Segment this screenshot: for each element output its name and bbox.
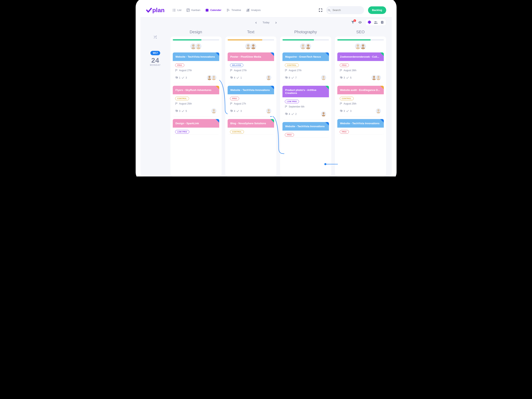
view-list[interactable]: List — [172, 9, 181, 12]
week-pill: W17 — [150, 51, 160, 55]
avatar[interactable] — [360, 43, 367, 50]
avatar[interactable] — [375, 108, 381, 114]
task-card[interactable]: Zoekwoordenonderzoek - Culi...PRIOAugust… — [337, 52, 384, 83]
card-date: August 27th — [175, 69, 217, 72]
card-corner-icon — [380, 119, 384, 123]
task-card[interactable]: Blog - NovaSphere SolutionsCONTROL — [228, 119, 274, 134]
svg-point-46 — [267, 76, 270, 78]
svg-rect-6 — [187, 9, 190, 12]
card-corner-icon — [325, 122, 329, 126]
svg-rect-5 — [174, 11, 176, 11]
filter-icon[interactable]: 1 — [351, 20, 355, 24]
board-column: DesignWebsite - TechVista InnovationsPRI… — [170, 27, 222, 176]
avatar[interactable] — [195, 43, 202, 50]
card-title: Blog - NovaSphere Solutions — [228, 119, 274, 128]
card-corner-icon — [271, 119, 274, 123]
date-label[interactable]: Today — [262, 21, 270, 24]
card-date: August 27th — [285, 69, 327, 72]
kanban-icon — [186, 9, 190, 12]
avatar[interactable] — [250, 43, 257, 50]
view-timeline[interactable]: Timeline — [227, 9, 241, 12]
avatar[interactable] — [321, 111, 327, 117]
view-tabs: List Kanban Calender Timeline Analysis — [172, 9, 261, 12]
day-column: W17 24 MONDAY — [140, 27, 170, 176]
svg-point-42 — [247, 44, 249, 47]
search-input[interactable] — [332, 8, 367, 12]
fullscreen-icon[interactable] — [319, 9, 322, 12]
flag-icon — [175, 69, 177, 72]
column-title: Design — [170, 27, 222, 37]
avatar[interactable] — [321, 75, 327, 81]
shuffle-icon[interactable] — [154, 35, 157, 39]
svg-point-22 — [375, 21, 376, 22]
card-title: Magazine - GreenTech Nexus — [282, 52, 329, 61]
card-body: PRIOAugust 27th13 — [173, 61, 219, 83]
flag-icon — [285, 106, 287, 108]
task-card[interactable]: Product photo's - ArtHive CreationsLOW P… — [282, 86, 329, 119]
svg-rect-16 — [247, 10, 247, 12]
column-avatars — [173, 43, 219, 50]
avatar[interactable] — [305, 43, 312, 50]
avatar[interactable] — [211, 75, 217, 81]
task-card[interactable]: Website - TechVista InnovationsPRIO — [337, 119, 384, 134]
card-footer: 87 — [285, 75, 327, 81]
archive-icon[interactable] — [380, 20, 384, 24]
avatar[interactable] — [266, 75, 272, 81]
avatar[interactable] — [266, 108, 272, 114]
card-title: Website - TechVista Innovations — [228, 86, 274, 94]
task-card[interactable]: Flyers - SkyRush AdventuresCONTROLAugust… — [173, 86, 219, 116]
view-kanban[interactable]: Kanban — [186, 9, 200, 12]
svg-point-64 — [377, 76, 379, 78]
task-card[interactable]: Website - TechVista InnovationsPRIOAugus… — [173, 52, 219, 83]
next-day-button[interactable] — [275, 21, 277, 23]
task-card[interactable]: Website - TechVista InnovationsPRIOAugus… — [228, 86, 274, 116]
logo: plan — [146, 7, 165, 13]
topbar: plan List Kanban Calender Timeline — [140, 3, 392, 17]
search-box[interactable] — [326, 6, 364, 14]
svg-point-60 — [362, 44, 364, 47]
task-card[interactable]: Website audit - EcoElegance D...CONTROLA… — [337, 86, 384, 116]
card-tag: PRIO — [175, 63, 184, 67]
comments-count: 3 — [344, 76, 345, 79]
card-footer: 35 — [340, 75, 381, 81]
comments-icon — [230, 76, 233, 79]
puzzle-icon[interactable] — [368, 20, 371, 24]
task-card[interactable]: Website - TechVista InnovationsPRIO — [282, 122, 329, 137]
column-progress — [337, 39, 384, 40]
svg-point-54 — [322, 76, 324, 78]
view-analysis[interactable]: Analysis — [246, 9, 261, 12]
card-body: PRIOAugust 28th35 — [337, 61, 384, 83]
view-timeline-label: Timeline — [231, 9, 241, 12]
card-tag: LOW PRIO — [175, 130, 190, 134]
board-column: SEOZoekwoordenonderzoek - Culi...PRIOAug… — [335, 27, 386, 176]
checks-icon — [236, 110, 239, 112]
avatar[interactable] — [375, 75, 381, 81]
view-calender[interactable]: Calender — [205, 9, 222, 12]
board-column: TextPoster - PixelGlow MediaDELAYEDAugus… — [225, 27, 277, 176]
view-analysis-label: Analysis — [251, 9, 261, 12]
task-card[interactable]: Poster - PixelGlow MediaDELAYEDAugust 27… — [228, 52, 274, 83]
card-body: LOW PRIOSeptember 6th42 — [282, 97, 329, 119]
svg-point-2 — [173, 10, 173, 10]
checks-icon — [182, 76, 184, 79]
prev-day-button[interactable] — [255, 21, 257, 23]
task-card[interactable]: Magazine - GreenTech NexusCONTROLAugust … — [282, 52, 329, 83]
comments-count: 8 — [289, 76, 290, 79]
view-list-label: List — [177, 9, 181, 12]
card-body: DELAYEDAugust 27th41 — [228, 61, 274, 83]
card-tag: DELAYED — [230, 63, 244, 67]
checks-icon — [291, 113, 294, 115]
visibility-icon[interactable] — [358, 20, 362, 24]
task-card[interactable]: Design - SparkLinkLOW PRIO — [173, 119, 219, 134]
people-icon[interactable] — [374, 20, 378, 24]
card-date: August 27th — [230, 69, 272, 72]
search-icon — [328, 7, 330, 13]
card-corner-icon — [271, 52, 274, 56]
avatar[interactable] — [211, 108, 217, 114]
backlog-button[interactable]: Backlog — [368, 6, 386, 14]
svg-rect-1 — [174, 9, 176, 9]
app-frame: plan List Kanban Calender Timeline — [140, 3, 392, 176]
comments-icon — [340, 76, 342, 79]
card-body: LOW PRIO — [173, 128, 219, 134]
card-tag: PRIO — [285, 133, 294, 137]
